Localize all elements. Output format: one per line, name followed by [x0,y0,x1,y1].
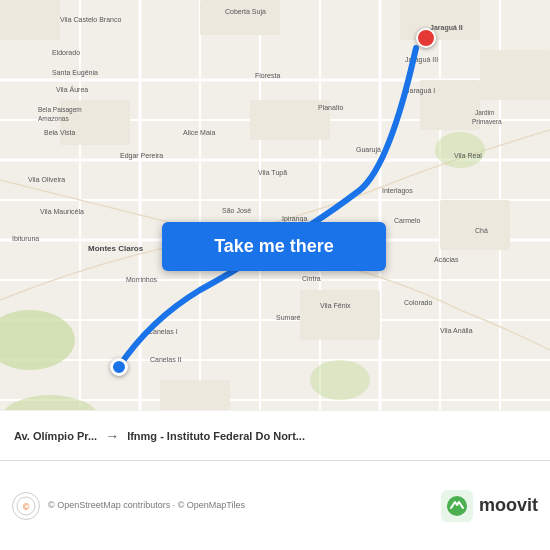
svg-rect-24 [400,0,480,40]
destination-pin [416,28,436,48]
svg-rect-29 [440,200,510,250]
route-info-bar: Av. Olímpio Pr... → Ifnmg - Instituto Fe… [0,410,550,460]
osm-logo: © [12,492,40,520]
svg-text:Vila Oliveira: Vila Oliveira [28,176,65,183]
map-container: Vila Castelo Branco Coberta Suja Jaraguá… [0,0,550,460]
svg-text:Montes Claros: Montes Claros [88,244,144,253]
svg-text:Carmelo: Carmelo [394,217,421,224]
svg-text:Floresta: Floresta [255,72,280,79]
destination-pin-circle [416,28,436,48]
svg-text:Planalto: Planalto [318,104,343,111]
svg-text:Guarujá: Guarujá [356,146,381,154]
moovit-icon [441,490,473,522]
svg-text:Bela Vista: Bela Vista [44,129,75,136]
moovit-brand-text: moovit [479,495,538,516]
svg-text:Vila Tupã: Vila Tupã [258,169,287,177]
svg-text:São José: São José [222,207,251,214]
svg-text:Eldorado: Eldorado [52,49,80,56]
svg-text:Ibituruna: Ibituruna [12,235,39,242]
origin-label: Av. Olímpio Pr... [14,430,97,442]
svg-text:Chá: Chá [475,227,488,234]
svg-text:Amazonas: Amazonas [38,115,69,122]
svg-text:Vila Real: Vila Real [454,152,482,159]
svg-text:Sumaré: Sumaré [276,314,301,321]
svg-text:Primavera: Primavera [472,118,502,125]
svg-text:Cintra: Cintra [302,275,321,282]
destination-label: Ifnmg - Instituto Federal Do Nort... [127,430,536,442]
bottom-bar: © © OpenStreetMap contributors · © OpenM… [0,460,550,550]
svg-text:Jardim: Jardim [475,109,495,116]
svg-text:Santa Eugênia: Santa Eugênia [52,69,98,77]
svg-text:Alice Maia: Alice Maia [183,129,215,136]
arrow-icon: → [105,428,119,444]
moovit-logo: moovit [441,490,538,522]
svg-text:Canelas II: Canelas II [150,356,182,363]
svg-rect-22 [0,0,60,40]
svg-rect-23 [200,0,280,35]
svg-point-20 [435,132,485,168]
svg-text:Vila Fênix: Vila Fênix [320,302,351,309]
svg-text:Edgar Pereira: Edgar Pereira [120,152,163,160]
svg-text:Bela Paisagem: Bela Paisagem [38,106,82,114]
svg-text:Jaraguá I: Jaraguá I [406,87,435,95]
svg-rect-25 [480,50,550,100]
svg-text:Acácias: Acácias [434,256,459,263]
svg-text:Morrinhos: Morrinhos [126,276,158,283]
svg-text:Vila Áurea: Vila Áurea [56,85,88,93]
svg-text:Canelas I: Canelas I [148,328,178,335]
svg-text:Jaraguá III: Jaraguá III [405,56,438,64]
svg-text:Colorado: Colorado [404,299,433,306]
svg-text:Vila Mauricéla: Vila Mauricéla [40,208,84,215]
svg-text:Interlagos: Interlagos [382,187,413,195]
svg-text:Coberta Suja: Coberta Suja [225,8,266,16]
attribution-text: © OpenStreetMap contributors · © OpenMap… [48,499,433,512]
svg-text:Vila Castelo Branco: Vila Castelo Branco [60,16,121,23]
svg-rect-30 [300,290,380,340]
start-location-dot [110,358,128,376]
svg-text:Vila Análla: Vila Análla [440,327,473,334]
svg-text:©: © [23,502,30,512]
take-me-there-button[interactable]: Take me there [162,222,386,271]
svg-point-21 [310,360,370,400]
